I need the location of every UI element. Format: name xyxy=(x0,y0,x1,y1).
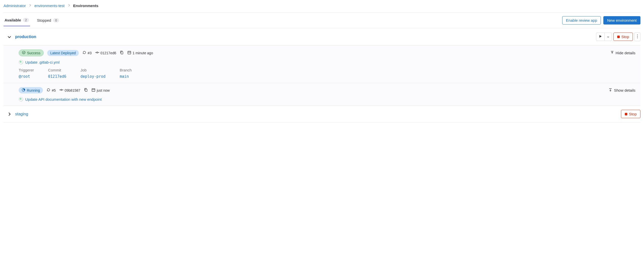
svg-point-0 xyxy=(637,35,638,35)
chevron-right-icon xyxy=(28,4,32,8)
show-details-button[interactable]: Show details xyxy=(608,88,635,93)
new-environment-button[interactable]: New environment xyxy=(603,16,640,24)
deployment-time: just now xyxy=(91,88,110,93)
commit-icon xyxy=(95,50,99,55)
svg-point-2 xyxy=(637,38,638,38)
header-actions: Enable review app New environment xyxy=(562,16,640,28)
rotate-icon xyxy=(46,88,51,93)
svg-point-4 xyxy=(96,52,98,53)
tabs: Available 2 Stopped 0 xyxy=(4,18,60,26)
commit-sha[interactable]: 09b81587 xyxy=(59,88,80,93)
stop-label: Stop xyxy=(621,35,629,39)
commit-sha[interactable]: 01217ed6 xyxy=(95,50,116,55)
status-label: Success xyxy=(27,51,40,55)
play-icon xyxy=(599,35,602,39)
label-job: Job xyxy=(81,68,106,72)
tab-label: Stopped xyxy=(37,18,51,22)
svg-point-1 xyxy=(637,36,638,37)
chevron-down-icon[interactable] xyxy=(7,35,12,39)
tab-stopped[interactable]: Stopped 0 xyxy=(36,18,60,26)
svg-rect-9 xyxy=(85,89,87,91)
chevron-right-icon xyxy=(67,4,71,8)
tab-count-badge: 2 xyxy=(23,18,29,22)
calendar-icon xyxy=(91,88,95,93)
stop-icon xyxy=(617,36,620,38)
breadcrumb-item[interactable]: Administrator xyxy=(4,4,26,8)
breadcrumb: Administrator environments-test Environm… xyxy=(4,0,640,12)
stop-environment-button[interactable]: Stop xyxy=(621,110,640,118)
commit-title-link[interactable]: Update .gitlab-ci.yml xyxy=(25,60,60,64)
commit-link[interactable]: 01217ed6 xyxy=(48,74,66,79)
kebab-icon xyxy=(637,34,638,39)
deployment-iid[interactable]: #5 xyxy=(46,88,56,93)
tab-count-badge: 0 xyxy=(53,18,59,22)
author-avatar[interactable] xyxy=(19,97,23,102)
running-icon xyxy=(22,88,25,92)
svg-point-8 xyxy=(61,89,62,91)
breadcrumb-current: Environments xyxy=(73,4,98,8)
more-actions-button[interactable] xyxy=(634,32,640,41)
label-triggerer: Triggerer xyxy=(19,68,34,72)
play-dropdown-button[interactable] xyxy=(605,33,612,41)
deployment-card: Success Latest Deployed #3 01217ed6 1 xyxy=(4,45,640,83)
deployment-iid[interactable]: #3 xyxy=(82,50,92,55)
deployment-time: 1 minute ago xyxy=(127,50,153,55)
stop-icon xyxy=(625,113,627,115)
svg-rect-10 xyxy=(92,89,95,91)
tab-available[interactable]: Available 2 xyxy=(4,18,30,26)
commit-icon xyxy=(59,88,63,93)
environment-row-staging: staging Stop xyxy=(4,106,640,122)
tab-label: Available xyxy=(5,18,21,22)
label-branch: Branch xyxy=(120,68,132,72)
triggerer-link[interactable]: @root xyxy=(19,74,34,79)
hide-details-button[interactable]: Hide details xyxy=(610,50,635,55)
chevron-right-icon[interactable] xyxy=(7,112,12,116)
chevron-down-icon xyxy=(607,35,609,39)
deployment-details: Triggerer @root Commit 01217ed6 Job depl… xyxy=(19,68,635,79)
status-badge-success[interactable]: Success xyxy=(19,49,44,56)
enable-review-app-button[interactable]: Enable review app xyxy=(562,16,601,24)
commit-title-link[interactable]: Update API documentation with new endpoi… xyxy=(25,97,102,102)
copy-sha-button[interactable] xyxy=(120,50,124,55)
calendar-icon xyxy=(127,50,131,55)
label-commit: Commit xyxy=(48,68,66,72)
play-button[interactable] xyxy=(596,33,605,41)
stop-environment-button[interactable]: Stop xyxy=(613,33,633,41)
stop-label: Stop xyxy=(629,112,637,116)
copy-sha-button[interactable] xyxy=(84,88,88,93)
breadcrumb-item[interactable]: environments-test xyxy=(34,4,64,8)
check-circle-icon xyxy=(22,51,26,55)
author-avatar[interactable] xyxy=(19,60,23,64)
branch-link[interactable]: main xyxy=(120,74,132,79)
status-label: Running xyxy=(27,88,40,92)
svg-rect-6 xyxy=(128,51,131,54)
job-link[interactable]: deploy-prod xyxy=(81,74,106,79)
environment-row-production: production Stop xyxy=(4,28,640,45)
expand-down-icon xyxy=(608,88,612,93)
rotate-icon xyxy=(82,50,86,55)
svg-rect-5 xyxy=(121,52,123,54)
environment-name-link[interactable]: staging xyxy=(15,112,28,116)
deployment-card: Running #5 09b81587 just now xyxy=(4,83,640,106)
collapse-up-icon xyxy=(610,50,614,55)
environment-name-link[interactable]: production xyxy=(15,35,36,39)
latest-deployed-badge: Latest Deployed xyxy=(47,50,79,56)
status-badge-running[interactable]: Running xyxy=(19,87,43,93)
